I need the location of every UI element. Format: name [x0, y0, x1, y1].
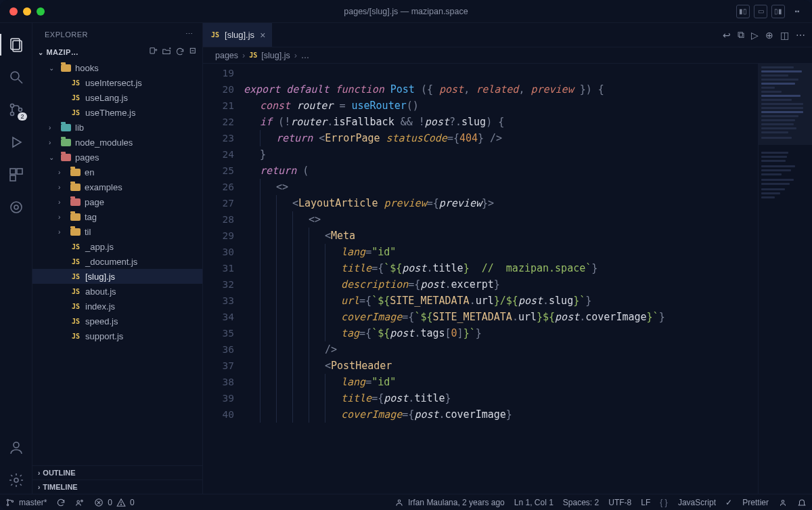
tree-item-label: about.js	[85, 286, 116, 297]
folder-row[interactable]: ›tag	[32, 209, 202, 224]
js-file-icon: JS	[70, 331, 81, 341]
folder-icon	[70, 184, 81, 191]
debug-activity[interactable]	[0, 129, 32, 156]
file-row[interactable]: JSsupport.js	[32, 328, 202, 343]
code-content[interactable]: export default function Post ({ post, re…	[244, 64, 758, 494]
folder-row[interactable]: ›page	[32, 194, 202, 209]
problems-status[interactable]: 0 0	[94, 498, 134, 507]
minimize-window-button[interactable]	[23, 7, 31, 16]
breadcrumb-part[interactable]: [slug].js	[261, 51, 290, 60]
tree-item-label: support.js	[85, 331, 123, 341]
tree-item-label: [slug].js	[85, 272, 115, 282]
gitlens-activity[interactable]	[0, 194, 32, 221]
toggle-panel-icon[interactable]: ▭	[754, 5, 767, 18]
open-preview-icon[interactable]: ⊕	[765, 30, 773, 41]
folder-row[interactable]: ›node_modules	[32, 135, 202, 150]
svg-point-23	[7, 504, 8, 505]
status-bar: master* 0 0 Irfan Maulana, 2 years ago L…	[0, 494, 812, 510]
tab-bar: JS [slug].js × ↩ ⧉ ▷ ⊕ ◫ ⋯	[203, 23, 812, 47]
window-controls	[0, 7, 45, 16]
svg-point-32	[398, 499, 401, 502]
sync-status[interactable]	[56, 498, 66, 507]
file-row[interactable]: JSindex.js	[32, 299, 202, 314]
file-row[interactable]: JS_app.js	[32, 239, 202, 254]
tree-item-label: lib	[75, 123, 84, 133]
file-row[interactable]: JSspeed.js	[32, 314, 202, 328]
folder-icon	[70, 213, 81, 221]
js-file-icon: JS	[70, 107, 81, 118]
refresh-explorer-icon[interactable]	[175, 47, 185, 58]
editor-more-icon[interactable]: ⋯	[796, 30, 805, 41]
prettier-status[interactable]: ✓ Prettier	[725, 498, 769, 507]
explorer-more-icon[interactable]: ⋯	[185, 30, 194, 39]
language-mode-status[interactable]: { } JavaScript	[660, 498, 716, 507]
folder-row[interactable]: ›til	[32, 224, 202, 239]
file-row[interactable]: JSabout.js	[32, 284, 202, 299]
collapse-all-icon[interactable]	[189, 47, 198, 58]
js-file-icon: JS	[70, 241, 81, 252]
workspace-folder-header[interactable]: ⌄ MAZIP…	[32, 44, 202, 60]
source-control-activity[interactable]: 2	[0, 96, 32, 123]
folder-row[interactable]: ›en	[32, 165, 202, 179]
new-file-icon[interactable]	[148, 47, 158, 58]
folder-row[interactable]: ⌄pages	[32, 150, 202, 165]
open-changes-icon[interactable]: ⧉	[738, 29, 744, 41]
customize-layout-icon[interactable]: ▪▪	[789, 5, 805, 18]
editor-group: JS [slug].js × ↩ ⧉ ▷ ⊕ ◫ ⋯ pages › JS [s…	[203, 23, 812, 494]
file-row[interactable]: JSuseIntersect.js	[32, 75, 202, 90]
cursor-position-status[interactable]: Ln 1, Col 1	[514, 498, 554, 507]
git-blame-status[interactable]: Irfan Maulana, 2 years ago	[394, 498, 505, 507]
svg-rect-9	[17, 169, 22, 174]
titlebar: pages/[slug].js — mazipan.space ▮▯ ▭ ▯▮ …	[0, 0, 812, 23]
breadcrumb-part[interactable]: pages	[215, 51, 238, 60]
live-share-status[interactable]	[75, 498, 85, 507]
svg-point-13	[14, 442, 19, 448]
folder-row[interactable]: ›examples	[32, 179, 202, 194]
git-branch-status[interactable]: master*	[5, 498, 47, 507]
new-folder-icon[interactable]	[162, 47, 171, 58]
tab-slug-js[interactable]: JS [slug].js ×	[203, 23, 273, 47]
notifications-status[interactable]	[797, 498, 807, 507]
tree-item-label: speed.js	[85, 316, 118, 326]
go-back-icon[interactable]: ↩	[723, 30, 731, 41]
scm-badge: 2	[18, 112, 26, 121]
tree-item-label: tag	[85, 212, 97, 222]
toggle-primary-sidebar-icon[interactable]: ▮▯	[736, 5, 750, 18]
indentation-status[interactable]: Spaces: 2	[563, 498, 599, 507]
code-editor[interactable]: 1920212223242526272829303132333435363738…	[203, 64, 812, 494]
eol-status[interactable]: LF	[641, 498, 650, 507]
split-editor-icon[interactable]: ◫	[780, 30, 789, 41]
file-tree[interactable]: ⌄hooksJSuseIntersect.jsJSuseLang.jsJSuse…	[32, 60, 202, 465]
breadcrumb-part[interactable]: …	[301, 51, 310, 60]
file-row[interactable]: JS[slug].js	[32, 269, 202, 284]
folder-row[interactable]: ›lib	[32, 120, 202, 135]
file-row[interactable]: JSuseTheme.js	[32, 105, 202, 120]
encoding-status[interactable]: UTF-8	[608, 498, 631, 507]
close-window-button[interactable]	[9, 7, 18, 16]
accounts-activity[interactable]	[0, 434, 32, 461]
search-activity[interactable]	[0, 64, 32, 91]
tree-item-label: useIntersect.js	[85, 78, 142, 88]
svg-point-26	[81, 500, 83, 502]
zoom-window-button[interactable]	[37, 7, 45, 16]
svg-rect-8	[10, 169, 16, 174]
outline-section[interactable]: ›OUTLINE	[32, 465, 202, 480]
folder-row[interactable]: ⌄hooks	[32, 60, 202, 75]
svg-point-11	[11, 202, 22, 213]
close-tab-icon[interactable]: ×	[260, 30, 265, 41]
minimap[interactable]	[758, 64, 812, 494]
line-number-gutter: 1920212223242526272829303132333435363738…	[203, 64, 244, 494]
explorer-activity[interactable]	[0, 31, 32, 58]
settings-activity[interactable]	[0, 467, 32, 494]
tree-item-label: hooks	[75, 63, 99, 73]
extensions-activity[interactable]	[0, 161, 32, 188]
toggle-secondary-sidebar-icon[interactable]: ▯▮	[771, 5, 785, 18]
svg-point-31	[121, 504, 122, 505]
file-row[interactable]: JSuseLang.js	[32, 90, 202, 105]
js-file-icon: JS	[70, 316, 81, 326]
breadcrumb[interactable]: pages › JS [slug].js › …	[203, 47, 812, 64]
feedback-status[interactable]	[778, 498, 788, 507]
file-row[interactable]: JS_document.js	[32, 254, 202, 269]
timeline-section[interactable]: ›TIMELINE	[32, 480, 202, 494]
run-icon[interactable]: ▷	[751, 30, 759, 41]
